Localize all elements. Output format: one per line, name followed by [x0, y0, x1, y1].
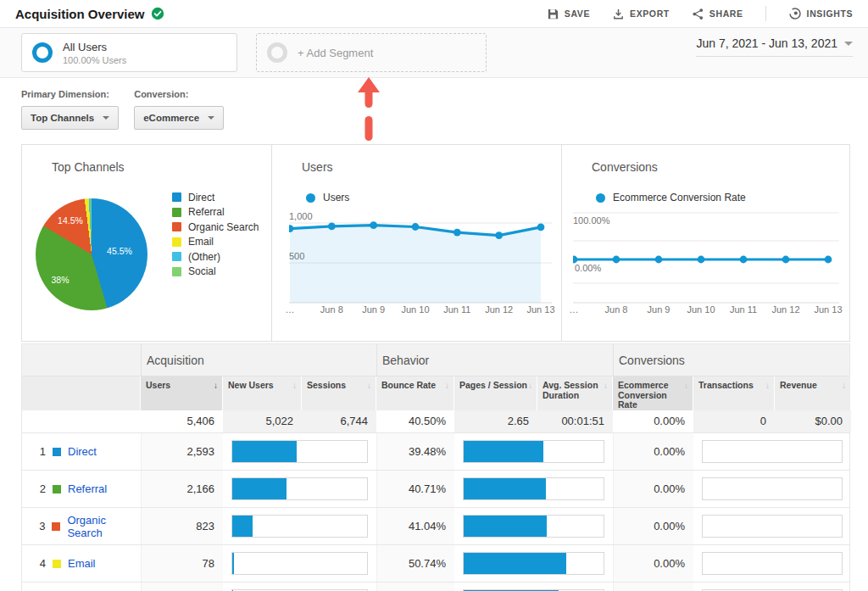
legend-swatch [172, 267, 181, 276]
column-header-bounce-rate[interactable]: Bounce Rate↓ [376, 376, 454, 410]
column-header-transactions[interactable]: Transactions↓ [693, 376, 775, 410]
bounce-bar-cell [454, 471, 613, 507]
users-bar [232, 441, 297, 462]
ecommerce-conversion-rate-value: 0.00% [613, 545, 693, 582]
users-bar [232, 478, 287, 499]
sort-icon: ↓ [765, 381, 770, 391]
all-users-segment[interactable]: All Users 100.00% Users [21, 33, 237, 72]
primary-dimension-dropdown[interactable]: Top Channels [21, 106, 119, 130]
share-button[interactable]: SHARE [692, 8, 743, 20]
column-header-new-users[interactable]: New Users↓ [223, 376, 302, 410]
column-header-sessions[interactable]: Sessions↓ [302, 376, 376, 410]
channel-link[interactable]: Organic Search [67, 514, 141, 539]
users-bar-cell [223, 508, 376, 544]
conversion-bar-cell [693, 471, 851, 507]
bounce-bar [464, 516, 547, 537]
conversion-dropdown[interactable]: eCommerce [134, 106, 224, 130]
add-segment-button[interactable]: + Add Segment [256, 33, 487, 72]
users-legend-label: Users [323, 192, 349, 204]
conversions-legend: Ecommerce Conversion Rate [596, 192, 746, 204]
x-axis-tick: Jun 10 [687, 304, 715, 315]
toolbar: Acquisition Overview SAVE EXPORT SHARE [0, 0, 868, 27]
legend-swatch [172, 192, 181, 202]
report-controls: Primary Dimension: Top Channels Conversi… [0, 78, 868, 144]
users-bar-cell [223, 433, 376, 470]
table-row: 3 Organic Search 823 41.04% 0.00% [22, 507, 849, 544]
legend-swatch [172, 252, 181, 261]
x-axis-tick: Jun 12 [485, 304, 513, 315]
caret-down-icon [103, 116, 109, 120]
bounce-rate-value [376, 583, 454, 591]
conversion-bar-cell [693, 433, 851, 470]
export-button[interactable]: EXPORT [612, 8, 670, 20]
top-channels-panel: Top Channels 45.5% 38% 14.5% Direct Refe… [22, 145, 271, 341]
total-ecommerce-conversion-rate: 0.00% [613, 410, 693, 432]
conversions-line-chart [573, 209, 839, 319]
x-axis-labels: …Jun 8Jun 9Jun 10Jun 11Jun 12Jun 13 [573, 304, 839, 316]
legend-item: Email [172, 235, 259, 250]
channel-color-swatch [52, 522, 60, 531]
sort-icon: ↓ [684, 381, 688, 391]
group-behavior: Behavior [376, 344, 613, 376]
insights-button[interactable]: INSIGHTS [788, 7, 853, 20]
channel-link[interactable]: Email [68, 557, 96, 570]
legend-swatch [172, 237, 181, 247]
legend-dot-icon [596, 193, 605, 203]
caret-down-icon [844, 42, 853, 46]
download-icon [612, 8, 625, 20]
x-axis-tick: … [286, 304, 295, 315]
column-header-avg-session-duration[interactable]: Avg. Session Duration↓ [537, 376, 613, 410]
export-label: EXPORT [630, 8, 670, 19]
channel-link[interactable]: Referral [68, 482, 107, 495]
total-sessions: 6,744 [302, 410, 376, 432]
bounce-bar-cell [454, 583, 613, 591]
x-axis-labels: …Jun 8Jun 9Jun 10Jun 11Jun 12Jun 13 [289, 304, 552, 316]
users-value: 823 [141, 508, 223, 544]
annotation-arrow-icon [356, 76, 381, 144]
channel-link[interactable]: Direct [68, 445, 97, 458]
save-button[interactable]: SAVE [547, 8, 590, 20]
total-transactions: 0 [693, 410, 775, 432]
row-rank: 4 [34, 557, 46, 570]
users-panel: Users Users 1,000 500 …Jun 8Jun 9Jun 10J… [271, 145, 561, 341]
legend-label: Direct [188, 192, 214, 204]
legend-item: Social [172, 265, 259, 280]
metric-group-header-row: Acquisition Behavior Conversions [22, 344, 849, 376]
bounce-rate-value: 50.74% [376, 545, 454, 582]
legend-label: Organic Search [188, 221, 259, 233]
sort-descending-icon: ↓ [214, 381, 218, 391]
x-axis-tick: Jun 8 [320, 304, 343, 315]
column-header-users[interactable]: Users↓ [141, 376, 223, 410]
ecommerce-conversion-rate-value: 0.00% [613, 471, 693, 507]
total-bounce-rate: 40.50% [376, 410, 454, 432]
share-icon [692, 8, 704, 20]
x-axis-tick: Jun 9 [362, 304, 385, 315]
users-line-chart [289, 209, 552, 319]
column-header-row: Users↓ New Users↓ Sessions↓ Bounce Rate↓… [22, 376, 849, 409]
users-value: 2,593 [141, 433, 223, 470]
table-row: 1 Direct 2,593 39.48% 0.00% [22, 432, 849, 470]
legend-label: (Other) [188, 251, 220, 263]
sort-icon: ↓ [292, 381, 297, 391]
bounce-bar [464, 553, 566, 574]
primary-dimension-label: Primary Dimension: [21, 89, 119, 99]
column-header-pages-session[interactable]: Pages / Session↓ [454, 376, 537, 410]
date-range-selector[interactable]: Jun 7, 2021 - Jun 13, 2021 [696, 36, 853, 57]
column-header-channel [22, 376, 141, 410]
x-axis-tick: … [570, 304, 579, 315]
bounce-rate-value: 39.48% [376, 433, 454, 470]
insights-icon [788, 7, 802, 20]
sort-icon: ↓ [445, 381, 449, 391]
column-header-ecommerce-conversion-rate[interactable]: Ecommerce Conversion Rate↓ [613, 376, 693, 410]
legend-label: Referral [188, 206, 225, 218]
page-title: Acquisition Overview [15, 7, 145, 21]
save-icon [547, 8, 559, 20]
column-header-revenue[interactable]: Revenue↓ [775, 376, 851, 410]
segment-ring-icon [32, 42, 53, 63]
table-row: 2 Referral 2,166 40.71% 0.00% [22, 470, 849, 507]
sort-icon: ↓ [367, 381, 371, 391]
date-range-label: Jun 7, 2021 - Jun 13, 2021 [696, 36, 837, 50]
add-segment-label: + Add Segment [298, 47, 373, 59]
sort-icon: ↓ [528, 381, 532, 391]
channel-color-swatch [53, 448, 61, 456]
